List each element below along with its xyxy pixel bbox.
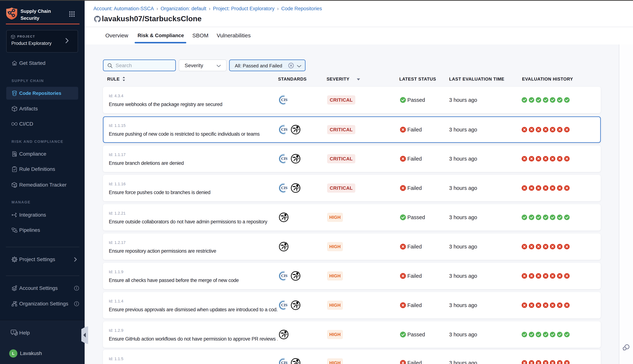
svg-text:CIS: CIS	[281, 186, 287, 190]
svg-text:CIS: CIS	[281, 361, 287, 364]
svg-text:CIS: CIS	[281, 274, 287, 278]
svg-text:?: ?	[13, 330, 14, 334]
svg-text:CIS: CIS	[281, 303, 287, 307]
svg-text:CIS: CIS	[281, 98, 287, 102]
svg-text:CIS: CIS	[281, 156, 287, 160]
svg-text:CIS: CIS	[281, 128, 287, 132]
